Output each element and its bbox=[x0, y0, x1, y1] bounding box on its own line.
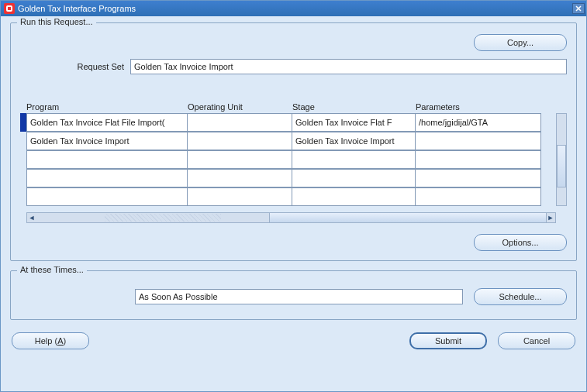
cell-parameters[interactable] bbox=[416, 187, 541, 206]
cancel-button[interactable]: Cancel bbox=[498, 332, 575, 349]
row-indicator[interactable] bbox=[20, 187, 26, 206]
bottom-button-row: Help (A) Submit Cancel bbox=[10, 329, 577, 351]
cell-program[interactable] bbox=[26, 169, 188, 187]
row-indicators bbox=[20, 113, 26, 206]
help-button[interactable]: Help (A) bbox=[12, 332, 89, 349]
frame-times-title: At these Times... bbox=[17, 265, 87, 274]
titlebar: Golden Tax Interface Programs bbox=[1, 1, 586, 16]
cell-parameters[interactable] bbox=[416, 169, 541, 187]
table-row: Golden Tax Invoice Flat File Import( Gol… bbox=[26, 113, 556, 132]
cell-program[interactable] bbox=[26, 150, 188, 169]
request-set-field[interactable]: Golden Tax Invoice Import bbox=[130, 59, 567, 74]
cell-stage[interactable]: Golden Tax Invoice Import bbox=[292, 132, 416, 150]
cell-program[interactable]: Golden Tax Invoice Import bbox=[26, 132, 188, 150]
cell-operating-unit[interactable] bbox=[188, 132, 292, 150]
horizontal-scroll-thumb[interactable] bbox=[269, 213, 547, 222]
cell-stage[interactable] bbox=[292, 187, 416, 206]
table-row bbox=[26, 150, 556, 169]
request-set-label: Request Set bbox=[20, 62, 124, 71]
help-button-key: A bbox=[57, 336, 63, 346]
row-indicator[interactable] bbox=[20, 150, 26, 169]
window-title: Golden Tax Interface Programs bbox=[18, 4, 136, 13]
cell-stage[interactable]: Golden Tax Invoice Flat F bbox=[292, 113, 416, 132]
close-button[interactable] bbox=[572, 3, 585, 14]
vertical-scroll-thumb[interactable] bbox=[557, 145, 566, 187]
col-header-operating-unit: Operating Unit bbox=[188, 102, 292, 113]
close-icon bbox=[575, 5, 582, 12]
cell-parameters[interactable] bbox=[416, 150, 541, 169]
row-indicator-active[interactable] bbox=[20, 113, 26, 132]
copy-button[interactable]: Copy... bbox=[474, 34, 567, 51]
frame-run-request-title: Run this Request... bbox=[17, 17, 96, 26]
help-button-suffix: ) bbox=[64, 336, 67, 346]
window-golden-tax: Golden Tax Interface Programs Run this R… bbox=[0, 0, 587, 392]
cell-parameters[interactable] bbox=[416, 132, 541, 150]
cell-operating-unit[interactable] bbox=[188, 113, 292, 132]
options-button[interactable]: Options... bbox=[474, 234, 567, 251]
cell-operating-unit[interactable] bbox=[188, 187, 292, 206]
col-header-parameters: Parameters bbox=[416, 102, 541, 113]
col-header-stage: Stage bbox=[292, 102, 416, 113]
cell-stage[interactable] bbox=[292, 150, 416, 169]
col-header-program: Program bbox=[26, 102, 188, 113]
submit-button[interactable]: Submit bbox=[409, 332, 487, 349]
row-indicator[interactable] bbox=[20, 132, 26, 150]
horizontal-scrollbar[interactable]: ◄ ► bbox=[26, 212, 556, 223]
programs-grid: Program Operating Unit Stage Parameters bbox=[20, 102, 567, 223]
cell-parameters[interactable]: /home/jgidijal/GTA bbox=[416, 113, 541, 132]
row-indicator[interactable] bbox=[20, 169, 26, 187]
cell-program[interactable]: Golden Tax Invoice Flat File Import( bbox=[26, 113, 188, 132]
frame-run-request: Run this Request... Copy... Request Set … bbox=[10, 22, 577, 261]
table-row bbox=[26, 187, 556, 206]
scroll-hatch bbox=[105, 214, 221, 222]
oracle-icon bbox=[4, 3, 15, 14]
table-row bbox=[26, 169, 556, 187]
help-button-prefix: Help ( bbox=[35, 336, 57, 346]
frame-at-these-times: At these Times... As Soon As Possible Sc… bbox=[10, 270, 577, 320]
scroll-right-icon[interactable]: ► bbox=[546, 213, 555, 222]
schedule-button[interactable]: Schedule... bbox=[474, 288, 567, 305]
scroll-left-icon[interactable]: ◄ bbox=[27, 213, 36, 222]
vertical-scrollbar[interactable] bbox=[556, 113, 567, 206]
cell-program[interactable] bbox=[26, 187, 188, 206]
cell-operating-unit[interactable] bbox=[188, 150, 292, 169]
table-row: Golden Tax Invoice Import Golden Tax Inv… bbox=[26, 132, 556, 150]
cell-stage[interactable] bbox=[292, 169, 416, 187]
cell-operating-unit[interactable] bbox=[188, 169, 292, 187]
schedule-time-field[interactable]: As Soon As Possible bbox=[135, 289, 463, 304]
